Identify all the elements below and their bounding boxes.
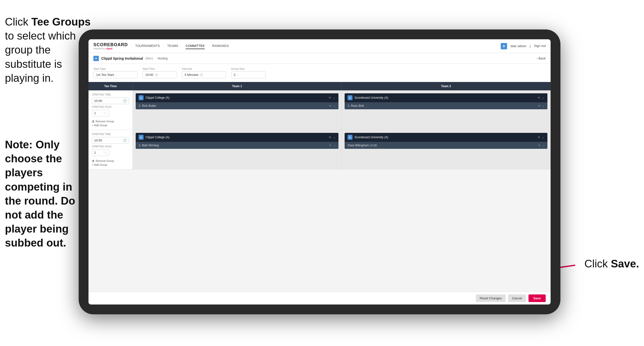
starting-time-label-1: STARTING TIME: — [92, 93, 129, 96]
intervals-field: Intervals 5 Minutes 🕐 — [182, 67, 226, 78]
team2-expand-icon-1[interactable]: ⌄ — [542, 96, 544, 99]
team2-card-header-2: B Scoreboard University (A) ✕ ⌄ — [344, 133, 548, 142]
tablet-frame: SCOREBOARD Powered by clippd TOURNAMENTS… — [79, 29, 560, 314]
instruction-text-part2: to select which group the substitute is … — [5, 30, 76, 84]
team2-actions-1: ✕ ⌄ — [538, 96, 544, 99]
team2-close-icon-1[interactable]: ✕ — [538, 96, 540, 99]
starting-hole-input-1[interactable]: 1 ⌃⌄ — [92, 110, 109, 116]
team2-avatar-2: B — [348, 135, 352, 140]
team1-expand-icon-1[interactable]: ⌄ — [333, 96, 336, 99]
nav-tournaments[interactable]: TOURNAMENTS — [135, 43, 160, 49]
team2-card-header-1: B Scoreboard University (A) ✕ ⌄ — [344, 93, 548, 102]
hosting-badge: Hosting — [158, 57, 168, 60]
tee-time-cell-1: STARTING TIME: 10:00 🕐 STARTING HOLE: 1 … — [88, 90, 133, 130]
team1-cell-2: B Clippd College (A) ✕ ⌄ 2. Blair McHarg — [133, 130, 342, 169]
nav-divider: | — [530, 44, 530, 48]
tee-row: STARTING TIME: 10:00 🕐 STARTING HOLE: 1 … — [88, 90, 550, 130]
main-content: Start Type 1st Tee Start ⌄ Start Time 10… — [88, 64, 550, 305]
team1-close-icon-1[interactable]: ✕ — [329, 96, 331, 99]
player-row-2-2: Dave Billingham (SUB) ✕ ⌄ — [344, 142, 548, 149]
save-button[interactable]: Save — [528, 295, 546, 302]
team1-close-icon-2[interactable]: ✕ — [329, 136, 331, 139]
team1-card-header-2: B Clippd College (A) ✕ ⌄ — [136, 133, 338, 142]
event-title: Clippd Spring Invitational — [101, 56, 143, 60]
back-link[interactable]: ‹ Back — [536, 56, 546, 60]
start-time-icon: 🕐 — [155, 73, 158, 76]
add-group-btn-1[interactable]: + Add Group — [92, 124, 129, 127]
nav-teams[interactable]: TEAMS — [167, 43, 178, 49]
time-icon-1: 🕐 — [123, 99, 127, 103]
intervals-icon: 🕐 — [200, 73, 203, 76]
remove-group-btn-1[interactable]: 🗑 Remove Group — [92, 120, 129, 123]
group-size-input[interactable]: 2 ⌄ — [231, 71, 266, 78]
player-close-icon-1-1[interactable]: ✕ — [329, 104, 331, 108]
tee-table: Tee Time Team 1 Team 2 STARTING TIME: 10… — [88, 82, 550, 292]
team1-card-2[interactable]: B Clippd College (A) ✕ ⌄ 2. Blair McHarg — [136, 133, 338, 149]
player-expand-icon-2-1[interactable]: ⌄ — [542, 104, 544, 108]
starting-hole-label-1: STARTING HOLE: — [92, 106, 129, 108]
player-name-1-2: 2. Blair McHarg — [139, 144, 327, 147]
add-group-btn-2[interactable]: + Add Group — [92, 163, 129, 166]
click-save-label: Click Save. — [584, 258, 639, 270]
team1-name-2: Clippd College (A) — [146, 136, 327, 139]
player-expand-icon-2-2[interactable]: ⌄ — [542, 144, 544, 147]
team2-card-2[interactable]: B Scoreboard University (A) ✕ ⌄ Dave Bil… — [344, 133, 548, 149]
player-expand-icon-1-2[interactable]: ⌄ — [333, 144, 336, 147]
start-time-field: Start Time 10:00 🕐 — [142, 67, 177, 78]
team2-expand-icon-2[interactable]: ⌄ — [542, 136, 544, 139]
player-close-icon-2-2[interactable]: ✕ — [538, 144, 540, 147]
start-type-input[interactable]: 1st Tee Start ⌄ — [94, 71, 138, 78]
starting-hole-input-2[interactable]: 1 ⌃⌄ — [92, 149, 109, 156]
starting-time-label-2: STARTING TIME: — [92, 133, 129, 136]
player-close-icon-2-1[interactable]: ✕ — [538, 104, 540, 108]
reset-changes-button[interactable]: Reset Changes — [476, 295, 506, 302]
navbar: SCOREBOARD Powered by clippd TOURNAMENTS… — [88, 39, 550, 53]
start-type-field: Start Type 1st Tee Start ⌄ — [94, 67, 138, 78]
trash-icon-1: 🗑 — [92, 120, 95, 123]
hole-spinner-2: ⌃⌄ — [103, 151, 107, 154]
team2-close-icon-2[interactable]: ✕ — [538, 136, 540, 139]
team2-avatar-1: B — [348, 95, 352, 100]
team1-card-1[interactable]: B Clippd College (A) ✕ ⌄ 1. Rich Butler — [136, 93, 338, 109]
remove-group-btn-2[interactable]: 🗑 Remove Group — [92, 159, 129, 162]
team1-avatar-1: B — [139, 95, 144, 100]
logo-clippd: clippd — [106, 47, 112, 50]
sub-header-avatar: B — [94, 56, 99, 61]
logo-scoreboard: SCOREBOARD — [94, 42, 128, 47]
start-type-label: Start Type — [94, 67, 138, 70]
start-config-bar: Start Type 1st Tee Start ⌄ Start Time 10… — [88, 64, 550, 82]
nav-rankings[interactable]: RANKINGS — [212, 43, 229, 49]
bottom-bar: Reset Changes Cancel Save — [88, 292, 550, 305]
start-time-input[interactable]: 10:00 🕐 — [142, 71, 177, 78]
tee-time-cell-2: STARTING TIME: 10:05 🕐 STARTING HOLE: 1 … — [88, 130, 133, 169]
player-expand-icon-1-1[interactable]: ⌄ — [333, 104, 336, 108]
team1-expand-icon-2[interactable]: ⌄ — [333, 136, 336, 139]
instruction-bold: Tee Groups — [32, 16, 91, 28]
group-actions-2: 🗑 Remove Group + Add Group — [92, 159, 129, 166]
trash-icon-2: 🗑 — [92, 159, 95, 162]
logo-powered-by: Powered by clippd — [94, 47, 128, 50]
player-actions-1-2: ✕ ⌄ — [329, 144, 336, 147]
player-actions-2-1: ✕ ⌄ — [538, 104, 544, 108]
sub-header: B Clippd Spring Invitational (Men) Hosti… — [88, 53, 550, 64]
nav-avatar: B — [501, 43, 507, 49]
intervals-label: Intervals — [182, 67, 226, 70]
player-actions-2-2: ✕ ⌄ — [538, 144, 544, 147]
cancel-button[interactable]: Cancel — [508, 295, 526, 302]
player-close-icon-1-2[interactable]: ✕ — [329, 144, 331, 147]
team1-actions-1: ✕ ⌄ — [329, 96, 336, 99]
instruction-text-part1: Click — [5, 16, 32, 28]
group-size-spinner: ⌄ — [237, 73, 239, 76]
team2-cell-2: B Scoreboard University (A) ✕ ⌄ Dave Bil… — [342, 130, 550, 169]
sign-out-link[interactable]: Sign out — [534, 43, 546, 49]
team2-card-1[interactable]: B Scoreboard University (A) ✕ ⌄ 1. Rees … — [344, 93, 548, 109]
starting-time-input-1[interactable]: 10:00 🕐 — [92, 97, 129, 104]
start-time-label: Start Time — [142, 67, 177, 70]
intervals-input[interactable]: 5 Minutes 🕐 — [182, 71, 226, 78]
starting-time-input-2[interactable]: 10:05 🕐 — [92, 137, 129, 144]
player-actions-1-1: ✕ ⌄ — [329, 104, 336, 108]
header-team2: Team 2 — [342, 82, 550, 90]
nav-committee[interactable]: COMMITTEE — [186, 43, 205, 49]
tee-row-2: STARTING TIME: 10:05 🕐 STARTING HOLE: 1 … — [88, 130, 550, 169]
player-row-1-2: 2. Blair McHarg ✕ ⌄ — [136, 142, 338, 149]
